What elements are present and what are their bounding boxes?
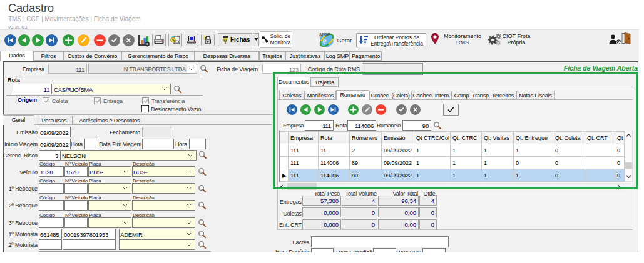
svg-text:MDF: MDF <box>319 32 330 37</box>
